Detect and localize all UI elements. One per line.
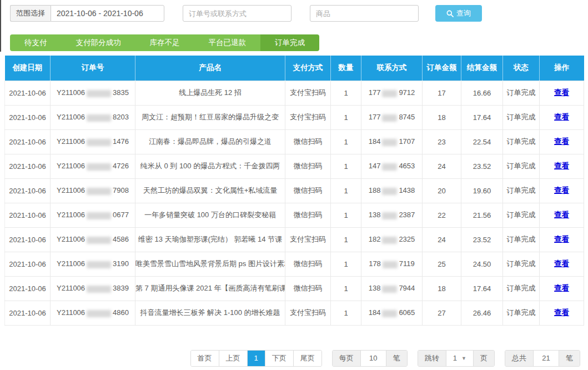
table-row: 2021-10-06Y2110063835线上爆品生死 12 招支付宝扫码117… [5, 81, 584, 105]
cell-quantity: 1 [331, 81, 361, 105]
tab-1[interactable]: 待支付 [10, 34, 62, 51]
cell-contact: 1387944 [361, 276, 423, 301]
redacted-digits [382, 163, 397, 171]
table-row: 2021-10-06Y2110063839第 7 期通用头像课 2021 年【画… [5, 276, 584, 301]
cell-order-amount: 27 [423, 301, 461, 325]
cell-action: 查看 [540, 301, 584, 325]
date-range-label: 范围选择 [10, 5, 51, 22]
view-link[interactable]: 查看 [554, 259, 569, 268]
product-input[interactable] [310, 5, 419, 22]
pager-next[interactable]: 下页 [265, 351, 293, 366]
view-link[interactable]: 查看 [554, 113, 569, 121]
jump-page-value: 1 [453, 351, 457, 366]
order-or-contact-input[interactable] [183, 5, 292, 22]
cell-contact: 1846065 [361, 301, 423, 325]
cell-payment-method: 微信扫码 [285, 203, 331, 227]
cell-create-date: 2021-10-06 [5, 276, 51, 301]
redacted-digits [382, 188, 397, 195]
cell-status: 订单完成 [503, 81, 540, 105]
cell-order-number: Y2110064726 [51, 154, 135, 178]
view-link[interactable]: 查看 [554, 137, 569, 146]
cell-order-number: Y2110063835 [51, 81, 135, 105]
pager-current-page[interactable]: 1 [247, 351, 265, 366]
cell-action: 查看 [540, 178, 584, 203]
date-range-input[interactable]: 2021-10-06 - 2021-10-06 [51, 5, 164, 22]
cell-product-name: 第 7 期通用头像课 2021 年【画质高清有笔刷课件】 [135, 276, 285, 301]
cell-order-amount: 24 [423, 154, 461, 178]
column-header: 联系方式 [361, 56, 423, 81]
cell-payment-method: 微信扫码 [285, 154, 331, 178]
cell-payment-method: 支付宝扫码 [285, 105, 331, 129]
redacted-digits [87, 139, 111, 146]
cell-status: 订单完成 [503, 154, 540, 178]
redacted-digits [87, 310, 111, 317]
tab-5[interactable]: 订单完成 [260, 34, 319, 51]
cell-product-name: 纯米从 0 到 100 的爆品方程式：千金拨四两 [135, 154, 285, 178]
cell-quantity: 1 [331, 178, 361, 203]
view-link[interactable]: 查看 [554, 284, 569, 292]
redacted-digits [87, 163, 111, 171]
cell-payment-method: 微信扫码 [285, 252, 331, 276]
cell-status: 订单完成 [503, 227, 540, 252]
table-row: 2021-10-06Y2110064586维密 13 天瑜伽塑形课(完结） 郭若… [5, 227, 584, 252]
table-header-row: 创建日期订单号产品名支付方式数量联系方式订单金额结算金额状态操作 [5, 56, 584, 81]
cell-action: 查看 [540, 129, 584, 154]
redacted-digits [87, 261, 111, 268]
cell-product-name: 维密 13 天瑜伽塑形课(完结） 郭若曦 14 节课 [135, 227, 285, 252]
column-header: 订单金额 [423, 56, 461, 81]
cell-product-name: 江南春：爆品即品牌，爆品的引爆之道 [135, 129, 285, 154]
column-header: 操作 [540, 56, 584, 81]
table-row: 2021-10-06Y2110061476江南春：爆品即品牌，爆品的引爆之道微信… [5, 129, 584, 154]
view-link[interactable]: 查看 [554, 235, 569, 243]
cell-quantity: 1 [331, 252, 361, 276]
tab-3[interactable]: 库存不足 [135, 34, 194, 51]
cell-status: 订单完成 [503, 178, 540, 203]
redacted-digits [382, 114, 397, 122]
redacted-digits [382, 310, 397, 317]
jump-page-select[interactable]: 1 ▼ [446, 351, 473, 366]
status-tabs: 待支付支付部分成功库存不足平台已退款订单完成 [10, 34, 319, 51]
cell-create-date: 2021-10-06 [5, 252, 51, 276]
orders-table: 创建日期订单号产品名支付方式数量联系方式订单金额结算金额状态操作 2021-10… [4, 56, 584, 326]
redacted-digits [87, 212, 111, 219]
jump-group: 跳转 1 ▼ 页 [418, 350, 495, 367]
cell-settle-amount: 21.56 [461, 203, 503, 227]
cell-order-number: Y2110068203 [51, 105, 135, 129]
cell-payment-method: 支付宝扫码 [285, 81, 331, 105]
cell-create-date: 2021-10-06 [5, 203, 51, 227]
cell-contact: 1787119 [361, 252, 423, 276]
column-header: 状态 [503, 56, 540, 81]
tab-2[interactable]: 支付部分成功 [62, 34, 135, 51]
cell-settle-amount: 26.46 [461, 301, 503, 325]
cell-status: 订单完成 [503, 301, 540, 325]
view-link[interactable]: 查看 [554, 88, 569, 97]
pager-prev[interactable]: 上页 [219, 351, 247, 366]
redacted-digits [382, 139, 397, 146]
view-link[interactable]: 查看 [554, 308, 569, 317]
view-link[interactable]: 查看 [554, 211, 569, 219]
cell-settle-amount: 22.54 [461, 129, 503, 154]
cell-create-date: 2021-10-06 [5, 227, 51, 252]
tab-4[interactable]: 平台已退款 [194, 34, 261, 51]
cell-payment-method: 微信扫码 [285, 276, 331, 301]
pager-last[interactable]: 尾页 [293, 351, 321, 366]
per-page-unit: 笔 [386, 351, 407, 366]
cell-settle-amount: 23.52 [461, 227, 503, 252]
per-page-input[interactable]: 10 [360, 351, 386, 366]
cell-action: 查看 [540, 227, 584, 252]
search-button[interactable]: 查询 [435, 5, 482, 22]
view-link[interactable]: 查看 [554, 162, 569, 170]
column-header: 创建日期 [5, 56, 51, 81]
cell-payment-method: 支付宝扫码 [285, 301, 331, 325]
pager-first[interactable]: 首页 [191, 351, 219, 366]
page-edge-divider [0, 0, 1, 52]
cell-contact: 1474653 [361, 154, 423, 178]
table-row: 2021-10-06Y2110063190唯美雪景雪山雪地风景背景后期 ps 图… [5, 252, 584, 276]
cell-action: 查看 [540, 105, 584, 129]
table-row: 2021-10-06Y2110064726纯米从 0 到 100 的爆品方程式：… [5, 154, 584, 178]
view-link[interactable]: 查看 [554, 186, 569, 194]
cell-quantity: 1 [331, 227, 361, 252]
cell-product-name: 一年多销量突破 100 万台的口碑裂变秘籍 [135, 203, 285, 227]
cell-order-number: Y2110063190 [51, 252, 135, 276]
cell-order-amount: 18 [423, 276, 461, 301]
